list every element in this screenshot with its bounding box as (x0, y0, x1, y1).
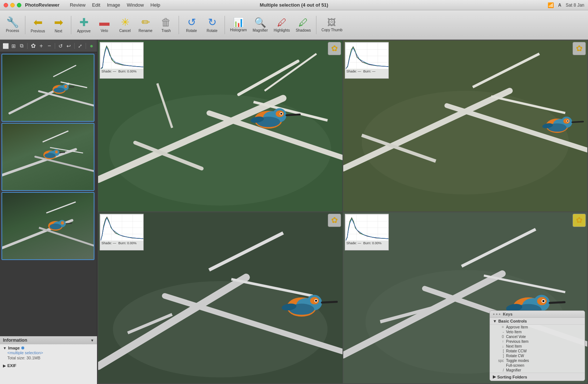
star-icon-3: ✿ (331, 216, 338, 225)
star-button-3[interactable]: ✿ (328, 214, 341, 227)
burn-label-4: Burn: 0.00% (363, 241, 382, 245)
rotate-ccw-icon: ↺ (187, 17, 196, 28)
menu-help[interactable]: Help (147, 1, 163, 8)
sorting-folders-header[interactable]: ▶ Sorting Folders (490, 373, 585, 381)
histogram-4: Shade: — Burn: 0.00% (345, 214, 389, 250)
cancel-button[interactable]: ✳ Cancel (115, 13, 135, 38)
exif-section-header[interactable]: ▶ EXIF (3, 363, 94, 368)
svg-point-36 (109, 95, 331, 206)
close-button[interactable] (4, 3, 8, 7)
circle-icon[interactable]: ● (88, 42, 95, 50)
next-button[interactable]: ➡ Next (49, 13, 68, 38)
add-icon[interactable]: + (38, 42, 44, 50)
svg-line-13 (35, 157, 94, 171)
menu-image[interactable]: Image (104, 1, 123, 8)
info-image-section: ▼ Image <multiple selection> Total size:… (0, 344, 97, 362)
veto-button[interactable]: ▬ Veto (95, 13, 114, 38)
action-prev: Previous Item (506, 339, 528, 344)
menu-bar: Review Edit Image Window Help (67, 1, 163, 8)
approve-button[interactable]: ✚ Approve (74, 13, 93, 38)
key-rotate-cw: ] (493, 354, 504, 358)
burn-label-2: Burn: — (363, 70, 376, 73)
approve-label: Approve (77, 29, 90, 33)
view-compare-icon[interactable]: ⧉ (18, 42, 25, 50)
thumbnail-placeholder (1, 261, 94, 283)
basic-controls-header[interactable]: ▼ Basic Controls (490, 318, 585, 325)
copy-thumb-button[interactable]: 🖼 Copy Thumb (319, 13, 345, 38)
separator-3 (179, 16, 179, 34)
hist-info-4: Shade: — Burn: 0.00% (346, 241, 388, 245)
action-fullscreen: Full-screen (506, 363, 524, 367)
histogram-1: Shade: — Burn: 0.00% (100, 42, 144, 79)
undo-icon[interactable]: ↩ (65, 42, 72, 50)
key-row-cancel: 0 Cancel Vote (490, 334, 585, 339)
view-single-icon[interactable]: ⬜ (2, 42, 9, 50)
star-button-4[interactable]: ✿ (573, 214, 586, 227)
thumbnail-item[interactable] (1, 123, 94, 191)
histogram-icon: 📊 (233, 18, 244, 27)
key-row-rotate-ccw: [ Rotate CCW (490, 349, 585, 353)
svg-point-50 (280, 113, 282, 115)
hist-info-3: Shade: — Burn: 0.00% (101, 241, 143, 245)
thumbnail-item[interactable] (1, 192, 94, 260)
minimize-button[interactable] (10, 3, 15, 7)
sep3 (74, 43, 75, 49)
sep4 (86, 43, 86, 49)
menu-window[interactable]: Window (124, 1, 147, 8)
thumbnail-image (2, 193, 94, 259)
magnifier-button[interactable]: 🔍 Magnifier (251, 13, 270, 38)
menu-review[interactable]: Review (67, 1, 89, 8)
keys-header: ● ● ● Keys (490, 311, 585, 318)
rotate-ccw-button[interactable]: ↺ Rotate (182, 13, 201, 38)
rename-button[interactable]: ✏ Rename (136, 13, 155, 38)
titlebar: PhotoReviewer Review Edit Image Window H… (0, 0, 588, 10)
shade-label-4: Shade: — (347, 241, 361, 245)
view-grid-icon[interactable]: ⊞ (10, 42, 17, 50)
toolbar: 🔧 Process ⬅ Previous ➡ Next ✚ Approve ▬ … (0, 10, 588, 40)
rename-label: Rename (139, 29, 153, 33)
menu-edit[interactable]: Edit (89, 1, 103, 8)
remove-icon[interactable]: − (46, 42, 53, 50)
time-display: Sat 8 Jan (566, 3, 584, 8)
highlights-button[interactable]: 🖊 Highlights (272, 13, 292, 38)
bird-thumbnail-2 (2, 124, 94, 190)
star-button-2[interactable]: ✿ (573, 42, 586, 55)
trash-icon: 🗑 (161, 17, 171, 28)
key-row-rotate-cw: ] Rotate CW (490, 353, 585, 358)
key-next: ↓ (493, 344, 504, 348)
star-button-1[interactable]: ✿ (328, 42, 341, 55)
process-button[interactable]: 🔧 Process (3, 13, 22, 38)
refresh-icon[interactable]: ↺ (57, 42, 64, 50)
key-row-approve: = Approve Item (490, 325, 585, 330)
action-rotate-cw: Rotate CW (506, 354, 524, 358)
shade-label-1: Shade: — (101, 70, 116, 73)
histogram-button[interactable]: 📊 Histogram (228, 13, 249, 38)
rename-icon: ✏ (141, 17, 150, 28)
burn-label-3: Burn: 0.00% (118, 241, 137, 245)
histogram-svg-4 (346, 215, 388, 241)
photo-cell-2[interactable]: Shade: — Burn: — ✿ (343, 40, 588, 211)
key-row-magnifier: / Magnifier (490, 368, 585, 373)
star-icon-4: ✿ (576, 216, 582, 225)
photo-cell-1[interactable]: Shade: — Burn: 0.00% ✿ (98, 40, 343, 211)
burn-label-1: Burn: 0.00% (118, 70, 137, 73)
photo-cell-3[interactable]: Shade: — Burn: 0.00% ✿ (98, 212, 343, 383)
sorting-folders-chevron: ▶ (493, 374, 496, 379)
rotate-cw-button[interactable]: ↻ Rotate (202, 13, 222, 38)
approve-thumb-icon[interactable]: ✿ (30, 42, 36, 50)
previous-button[interactable]: ⬅ Previous (28, 13, 47, 38)
key-row-next: ↓ Next Item (490, 344, 585, 349)
trash-button[interactable]: 🗑 Trash (157, 13, 176, 38)
thumbnail-item[interactable] (1, 54, 94, 122)
approve-icon: ✚ (79, 17, 89, 28)
action-rotate-ccw: Rotate CCW (506, 349, 527, 353)
image-section-header[interactable]: ▼ Image (3, 346, 94, 350)
maximize-button[interactable] (17, 3, 21, 7)
fullscreen-icon[interactable]: ⤢ (77, 42, 83, 50)
image-value: <multiple selection> (3, 350, 94, 355)
info-chevron: ▼ (90, 338, 94, 342)
shadows-button[interactable]: 🖊 Shadows (294, 13, 313, 38)
photo-area: Shade: — Burn: 0.00% ✿ (97, 40, 588, 384)
bird-thumbnail-3 (2, 193, 94, 259)
sep (27, 43, 28, 49)
